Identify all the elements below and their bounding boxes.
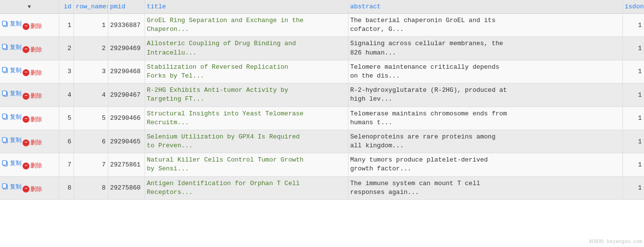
data-table: ▼ id row_names pmid title abstract isdon… [0, 0, 644, 200]
data-table-container: ▼ id row_names pmid title abstract isdon… [0, 0, 644, 247]
svg-rect-11 [2, 137, 6, 142]
td-rownames: 6 [74, 130, 108, 153]
abstract-line2: humans t... [350, 119, 393, 126]
copy-label: 复制 [10, 136, 22, 144]
th-rownames[interactable]: row_names [74, 0, 108, 14]
abstract-line2: cofactor, G... [350, 26, 404, 33]
td-pmid: 29290469 [108, 37, 145, 60]
svg-rect-1 [2, 21, 6, 26]
delete-button[interactable]: −删除 [23, 115, 42, 124]
delete-button[interactable]: −删除 [23, 185, 42, 193]
copy-button[interactable]: 复制 [2, 43, 22, 52]
td-isdone: 1 [622, 130, 644, 153]
delete-label: 删除 [30, 92, 42, 100]
th-id[interactable]: id [59, 0, 74, 14]
copy-icon [2, 183, 9, 190]
td-title: Allosteric Coupling of Drug Binding andI… [145, 37, 348, 60]
td-pmid: 29290468 [108, 60, 145, 83]
abstract-line2: on the dis... [350, 72, 400, 80]
table-row: 复制−删除4429290467R-2HG Exhibits Anti-tumor… [0, 83, 644, 107]
table-row: 复制−删除5529290466Structural Insights into … [0, 107, 644, 130]
copy-button[interactable]: 复制 [2, 183, 22, 191]
svg-rect-9 [2, 114, 6, 118]
th-abstract[interactable]: abstract [348, 0, 622, 14]
table-row: 复制−删除3329290468Stabilization of Reversed… [0, 60, 644, 83]
delete-label: 删除 [30, 22, 42, 30]
copy-label: 复制 [10, 183, 22, 191]
abstract-line1: Selenoproteins are rare proteins among [350, 133, 495, 140]
delete-label: 删除 [30, 138, 42, 147]
title-line1: Stabilization of Reversed Replication [147, 63, 289, 71]
td-id: 5 [59, 107, 74, 130]
th-isdone[interactable]: isdone [622, 0, 644, 14]
title-line2: Intracellu... [147, 49, 197, 56]
abstract-line1: The immune system can mount T cell [350, 180, 480, 187]
table-row: 复制−删除1129336887GroEL Ring Separation and… [0, 14, 644, 37]
abstract-line1: R-2-hydroxyglutarate (R-2HG), produced a… [350, 86, 507, 94]
abstract-line1: Telomerase maintains chromosome ends fro… [350, 110, 507, 117]
copy-button[interactable]: 复制 [2, 89, 22, 98]
delete-button[interactable]: −删除 [23, 69, 42, 77]
td-isdone: 1 [622, 153, 644, 176]
td-id: 7 [59, 153, 74, 176]
copy-button[interactable]: 复制 [2, 66, 22, 75]
delete-button[interactable]: −删除 [23, 46, 42, 54]
td-pmid: 29336887 [108, 14, 145, 37]
td-actions: 复制−删除 [0, 37, 59, 60]
delete-label: 删除 [30, 69, 42, 77]
title-line1: Allosteric Coupling of Drug Binding and [147, 40, 296, 47]
td-abstract: Telomerase maintains chromosome ends fro… [348, 107, 622, 130]
delete-button[interactable]: −删除 [23, 22, 42, 30]
delete-icon: − [23, 163, 29, 169]
td-actions: 复制−删除 [0, 83, 59, 107]
td-pmid: 29275861 [108, 153, 145, 176]
delete-icon: − [23, 139, 29, 146]
copy-button[interactable]: 复制 [2, 136, 22, 144]
copy-icon [2, 67, 9, 74]
title-line1: R-2HG Exhibits Anti-tumor Activity by [147, 86, 289, 94]
title-line2: Forks by Tel... [147, 72, 204, 80]
td-pmid: 29290467 [108, 83, 145, 107]
delete-label: 删除 [30, 46, 42, 54]
copy-button[interactable]: 复制 [2, 20, 22, 28]
td-isdone: 1 [622, 107, 644, 130]
abstract-line2: 826 human... [350, 49, 396, 56]
title-line1: Structural Insights into Yeast Telomeras… [147, 110, 304, 117]
copy-icon [2, 113, 9, 120]
table-header: ▼ id row_names pmid title abstract isdon… [0, 0, 644, 14]
td-isdone: 1 [622, 176, 644, 199]
delete-label: 删除 [30, 185, 42, 193]
td-actions: 复制−删除 [0, 153, 59, 176]
th-actions: ▼ [0, 0, 59, 14]
td-pmid: 29290466 [108, 107, 145, 130]
td-title: Antigen Identification for Orphan T Cell… [145, 176, 348, 199]
td-rownames: 8 [74, 176, 108, 199]
th-title[interactable]: title [145, 0, 348, 14]
table-row: 复制−删除6629290465Selenium Utilization by G… [0, 130, 644, 153]
td-title: Stabilization of Reversed ReplicationFor… [145, 60, 348, 83]
delete-button[interactable]: −删除 [23, 92, 42, 100]
delete-button[interactable]: −删除 [23, 138, 42, 147]
svg-rect-15 [2, 184, 6, 188]
table-row: 复制−删除8829275860Antigen Identification fo… [0, 176, 644, 199]
td-id: 8 [59, 176, 74, 199]
copy-button[interactable]: 复制 [2, 113, 22, 121]
sort-icon[interactable]: ▼ [27, 4, 31, 10]
title-line2: Receptors... [147, 189, 193, 196]
copy-label: 复制 [10, 20, 22, 28]
td-title: Natural Killer Cells Control Tumor Growt… [145, 153, 348, 176]
td-abstract: R-2-hydroxyglutarate (R-2HG), produced a… [348, 83, 622, 107]
copy-label: 复制 [10, 89, 22, 98]
delete-icon: − [23, 23, 29, 30]
table-row: 复制−删除2229290469Allosteric Coupling of Dr… [0, 37, 644, 60]
svg-rect-13 [2, 161, 6, 165]
th-pmid[interactable]: pmid [108, 0, 145, 14]
delete-button[interactable]: −删除 [23, 162, 42, 170]
title-line1: GroEL Ring Separation and Exchange in th… [147, 17, 304, 24]
delete-label: 删除 [30, 115, 42, 124]
title-line2: Chaperon... [147, 26, 189, 33]
copy-icon [2, 90, 9, 97]
td-rownames: 4 [74, 83, 108, 107]
copy-button[interactable]: 复制 [2, 159, 22, 167]
title-line2: Targeting FT... [147, 95, 204, 103]
